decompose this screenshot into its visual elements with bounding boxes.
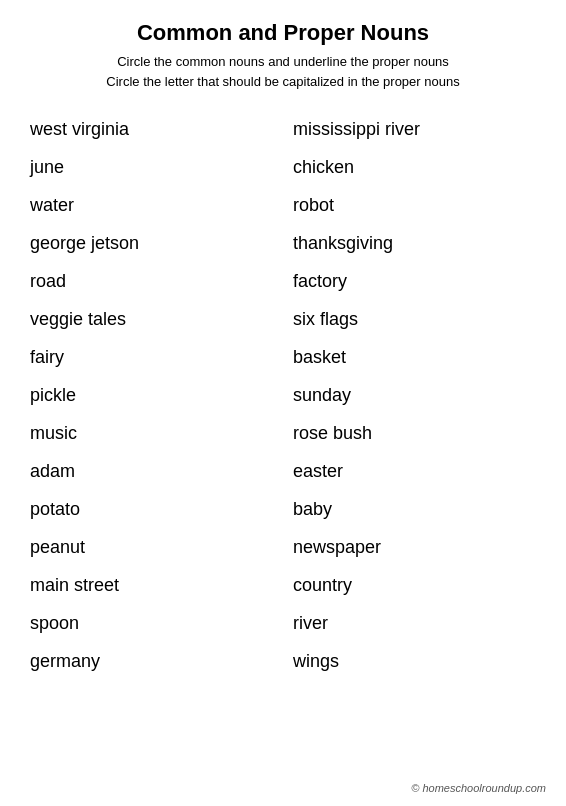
list-item: june: [30, 149, 273, 187]
list-item: spoon: [30, 605, 273, 643]
list-item: baby: [293, 491, 536, 529]
list-item: robot: [293, 187, 536, 225]
list-item: factory: [293, 263, 536, 301]
list-item: germany: [30, 643, 273, 681]
list-item: peanut: [30, 529, 273, 567]
list-item: fairy: [30, 339, 273, 377]
page-title: Common and Proper Nouns: [30, 20, 536, 46]
list-item: rose bush: [293, 415, 536, 453]
list-item: country: [293, 567, 536, 605]
list-item: music: [30, 415, 273, 453]
list-item: newspaper: [293, 529, 536, 567]
footer-text: © homeschoolroundup.com: [411, 782, 546, 794]
word-grid: west virginiamississippi riverjunechicke…: [30, 111, 536, 681]
list-item: thanksgiving: [293, 225, 536, 263]
list-item: wings: [293, 643, 536, 681]
subtitle-line1: Circle the common nouns and underline th…: [30, 52, 536, 72]
list-item: road: [30, 263, 273, 301]
list-item: sunday: [293, 377, 536, 415]
list-item: chicken: [293, 149, 536, 187]
list-item: basket: [293, 339, 536, 377]
list-item: potato: [30, 491, 273, 529]
list-item: west virginia: [30, 111, 273, 149]
list-item: veggie tales: [30, 301, 273, 339]
list-item: river: [293, 605, 536, 643]
list-item: adam: [30, 453, 273, 491]
page-header: Common and Proper Nouns Circle the commo…: [30, 20, 536, 91]
list-item: george jetson: [30, 225, 273, 263]
list-item: mississippi river: [293, 111, 536, 149]
list-item: main street: [30, 567, 273, 605]
list-item: easter: [293, 453, 536, 491]
list-item: six flags: [293, 301, 536, 339]
list-item: water: [30, 187, 273, 225]
list-item: pickle: [30, 377, 273, 415]
subtitle-line2: Circle the letter that should be capital…: [30, 72, 536, 92]
